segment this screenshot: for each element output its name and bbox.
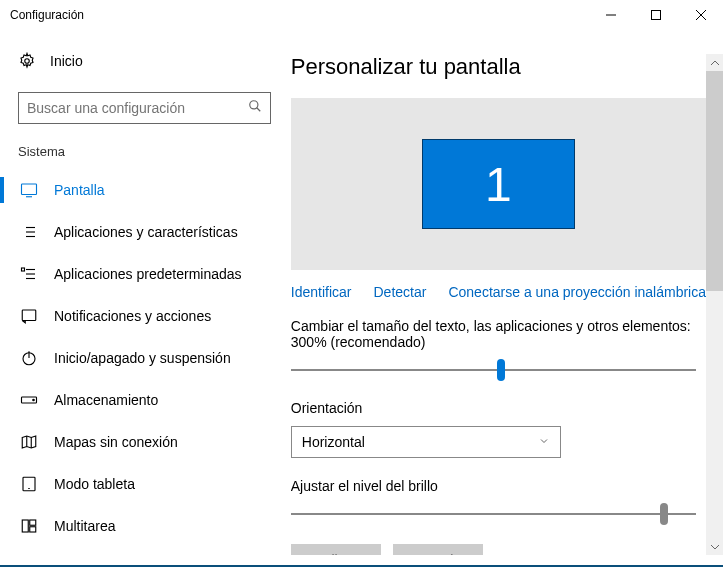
svg-point-23 [33, 399, 35, 401]
slider-thumb[interactable] [660, 503, 668, 525]
sidebar-item-label: Aplicaciones predeterminadas [54, 266, 242, 282]
titlebar: Configuración [0, 0, 723, 30]
chevron-down-icon [538, 434, 550, 450]
maximize-button[interactable] [633, 0, 678, 30]
sidebar-item-default-apps[interactable]: Aplicaciones predeterminadas [18, 253, 271, 295]
sidebar-item-label: Almacenamiento [54, 392, 158, 408]
orientation-label: Orientación [291, 400, 706, 416]
orientation-value: Horizontal [302, 434, 365, 450]
wireless-link[interactable]: Conectarse a una proyección inalámbrica [448, 284, 706, 300]
svg-rect-7 [22, 184, 37, 195]
svg-rect-30 [30, 527, 36, 532]
vertical-scrollbar[interactable] [706, 54, 723, 555]
search-icon [248, 99, 262, 117]
minimize-button[interactable] [588, 0, 633, 30]
sidebar-item-label: Modo tableta [54, 476, 135, 492]
storage-icon [20, 391, 38, 409]
detect-link[interactable]: Detectar [373, 284, 426, 300]
page-title: Personalizar tu pantalla [291, 54, 706, 80]
monitor-number: 1 [485, 157, 512, 212]
identify-link[interactable]: Identificar [291, 284, 352, 300]
svg-line-6 [257, 108, 261, 112]
main-panel: Personalizar tu pantalla 1 Identificar D… [281, 30, 723, 565]
close-button[interactable] [678, 0, 723, 30]
sidebar-item-label: Multitarea [54, 518, 115, 534]
power-icon [20, 349, 38, 367]
sidebar-item-apps[interactable]: Aplicaciones y características [18, 211, 271, 253]
home-label: Inicio [50, 53, 83, 69]
notification-icon [20, 307, 38, 325]
svg-rect-29 [30, 520, 36, 525]
multitask-icon [20, 517, 38, 535]
sidebar-item-notifications[interactable]: Notificaciones y acciones [18, 295, 271, 337]
home-button[interactable]: Inicio [18, 48, 271, 74]
window-title: Configuración [10, 8, 588, 22]
svg-rect-18 [22, 268, 25, 271]
search-field[interactable] [27, 100, 248, 116]
scale-slider[interactable] [291, 360, 696, 380]
gear-icon [18, 52, 36, 70]
brightness-label: Ajustar el nivel del brillo [291, 478, 706, 494]
display-icon [20, 181, 38, 199]
monitor-thumbnail[interactable]: 1 [422, 139, 575, 229]
orientation-select[interactable]: Horizontal [291, 426, 561, 458]
svg-rect-19 [22, 310, 36, 321]
section-label: Sistema [18, 144, 271, 159]
scroll-thumb[interactable] [706, 71, 723, 291]
scale-label: Cambiar el tamaño del texto, las aplicac… [291, 318, 706, 350]
list-check-icon [20, 265, 38, 283]
slider-thumb[interactable] [497, 359, 505, 381]
sidebar-item-maps[interactable]: Mapas sin conexión [18, 421, 271, 463]
sidebar-item-label: Notificaciones y acciones [54, 308, 211, 324]
map-icon [20, 433, 38, 451]
tablet-icon [20, 475, 38, 493]
brightness-slider[interactable] [291, 504, 696, 524]
sidebar-item-tablet[interactable]: Modo tableta [18, 463, 271, 505]
sidebar-item-label: Pantalla [54, 182, 105, 198]
scroll-up-icon[interactable] [706, 54, 723, 71]
svg-rect-1 [651, 11, 660, 20]
list-icon [20, 223, 38, 241]
display-preview[interactable]: 1 [291, 98, 706, 270]
sidebar-item-power[interactable]: Inicio/apagado y suspensión [18, 337, 271, 379]
sidebar-item-label: Inicio/apagado y suspensión [54, 350, 231, 366]
cancel-button[interactable]: Cancelar [393, 544, 483, 555]
sidebar: Inicio Sistema Pantalla Aplicaciones y c… [0, 30, 281, 565]
search-input[interactable] [18, 92, 271, 124]
sidebar-item-storage[interactable]: Almacenamiento [18, 379, 271, 421]
scroll-down-icon[interactable] [706, 538, 723, 555]
apply-button[interactable]: Aplicar [291, 544, 381, 555]
svg-point-5 [250, 101, 258, 109]
sidebar-item-pantalla[interactable]: Pantalla [18, 169, 271, 211]
sidebar-item-label: Mapas sin conexión [54, 434, 178, 450]
sidebar-item-label: Aplicaciones y características [54, 224, 238, 240]
sidebar-item-multitask[interactable]: Multitarea [18, 505, 271, 547]
svg-point-4 [25, 59, 30, 64]
svg-rect-28 [22, 520, 28, 532]
